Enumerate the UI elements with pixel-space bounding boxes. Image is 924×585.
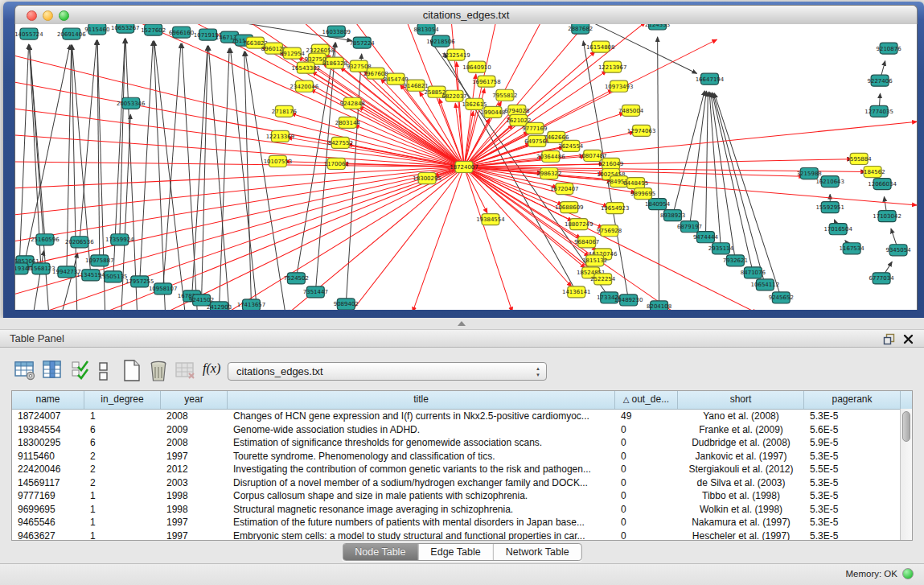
table-row[interactable]: 1456911722003Disruption of a novel membe… xyxy=(12,476,912,490)
scrollbar-thumb[interactable] xyxy=(902,411,910,442)
graph-node-selected[interactable]: 1184562 xyxy=(860,166,885,177)
graph-node[interactable]: 20053346 xyxy=(117,97,146,109)
table-row[interactable]: 1938455462009Genome-wide association stu… xyxy=(12,423,912,437)
table-settings-icon[interactable] xyxy=(14,360,35,381)
column-header-title[interactable]: title xyxy=(228,391,615,409)
graph-node[interactable]: 16647194 xyxy=(696,73,725,84)
graph-node-selected[interactable]: 6822037 xyxy=(441,90,466,101)
graph-node-selected[interactable]: 2718176 xyxy=(272,105,298,117)
graph-edge[interactable] xyxy=(705,92,708,237)
create-table-icon[interactable] xyxy=(122,360,142,381)
graph-node[interactable]: 8471076 xyxy=(741,267,766,278)
divider-grip-icon[interactable] xyxy=(458,321,466,326)
graph-node-selected[interactable]: 16154808 xyxy=(586,41,615,52)
selected-edge[interactable] xyxy=(15,167,464,273)
graph-node[interactable]: 9345054 xyxy=(885,245,911,256)
graph-node[interactable]: 7351447 xyxy=(303,286,328,298)
function-builder-icon[interactable]: f(x) xyxy=(203,361,220,376)
column-header-pagerank[interactable]: pagerank xyxy=(804,391,901,409)
graph-node-selected[interactable]: 9242848 xyxy=(340,97,365,109)
table-row[interactable]: 2242004622012Investigating the contribut… xyxy=(12,463,912,476)
graph-node[interactable]: 8204108 xyxy=(647,301,671,310)
graph-node-selected[interactable]: 1170062 xyxy=(324,158,349,169)
graph-node[interactable]: 17016504 xyxy=(823,224,852,235)
graph-node-selected[interactable]: 16720407 xyxy=(550,183,579,195)
graph-node-selected[interactable]: 9899695 xyxy=(630,188,655,200)
graph-node-selected[interactable]: 7955812 xyxy=(492,89,517,101)
graph-node[interactable]: 20691406 xyxy=(57,28,86,39)
graph-node-selected[interactable]: 18807249 xyxy=(565,219,593,230)
graph-node[interactable]: 25160596 xyxy=(31,234,60,245)
graph-node[interactable]: 16210643 xyxy=(815,176,844,187)
graph-node-selected[interactable]: 19654923 xyxy=(601,203,630,214)
graph-node[interactable]: 6777034 xyxy=(869,273,895,284)
graph-node-selected[interactable]: 14136141 xyxy=(562,286,591,298)
graph-node-selected[interactable]: 12325419 xyxy=(441,49,470,60)
graph-edge[interactable] xyxy=(120,39,125,240)
graph-node-selected[interactable]: 10973493 xyxy=(605,80,634,92)
column-header-name[interactable]: name xyxy=(12,391,84,409)
graph-node-selected[interactable]: 8912954 xyxy=(280,47,306,59)
graph-node[interactable]: 14055724 xyxy=(15,28,43,39)
column-header-out_de[interactable]: △out_de... xyxy=(615,391,678,409)
graph-node-selected[interactable]: 8427552 xyxy=(328,137,353,148)
selected-edge[interactable] xyxy=(464,167,512,311)
graph-edge[interactable] xyxy=(673,91,705,216)
table-row[interactable]: 977716911998Corpus callosum shape and si… xyxy=(12,489,912,503)
table-row[interactable]: 1830029562008Estimation of significance … xyxy=(12,436,912,450)
graph-node[interactable]: 2887682 xyxy=(568,24,593,34)
graph-node-selected[interactable]: 12974063 xyxy=(627,125,656,136)
graph-node[interactable]: 6966160 xyxy=(169,27,194,38)
column-header-year[interactable]: year xyxy=(161,391,228,409)
graph-node[interactable]: 7857224 xyxy=(350,37,376,48)
graph-node[interactable]: 9115460 xyxy=(84,24,109,35)
graph-node-selected[interactable]: 12213967 xyxy=(598,61,627,72)
table-row[interactable]: 946362711997Embryonic stem cells: a mode… xyxy=(12,529,912,542)
table-row[interactable]: 969969511998Structural magnetic resonanc… xyxy=(12,503,912,517)
graph-edge[interactable] xyxy=(125,39,138,310)
graph-edge[interactable] xyxy=(690,91,707,227)
graph-node[interactable]: 1840954 xyxy=(645,199,671,210)
delete-rows-icon[interactable] xyxy=(148,360,169,382)
graph-edge[interactable] xyxy=(244,51,252,305)
graph-node[interactable]: 8938923 xyxy=(660,210,685,221)
graph-edge[interactable] xyxy=(230,48,257,310)
graph-node-selected[interactable]: 12213369 xyxy=(266,130,295,142)
graph-node[interactable]: 17413657 xyxy=(237,299,266,310)
graph-node[interactable]: 9089402 xyxy=(334,299,359,310)
graph-node-selected[interactable]: 2803144 xyxy=(335,117,361,128)
tab-network-table[interactable]: Network Table xyxy=(494,544,581,560)
graph-node[interactable]: 16033809 xyxy=(322,26,351,37)
graph-edge[interactable] xyxy=(202,46,208,300)
table-selector-dropdown[interactable]: citations_edges.txt ▲▼ xyxy=(228,362,547,381)
graph-node-selected[interactable]: 9756928 xyxy=(597,225,622,237)
graph-node[interactable]: 20206536 xyxy=(65,237,94,248)
graph-node-selected[interactable]: 2986322 xyxy=(536,168,561,179)
graph-node[interactable]: 10653267 xyxy=(111,24,140,33)
delete-table-icon[interactable] xyxy=(175,360,196,381)
graph-node[interactable]: 2412903 xyxy=(207,302,232,310)
column-header-short[interactable]: short xyxy=(678,391,804,409)
graph-node[interactable]: 9245652 xyxy=(769,292,794,303)
graph-node[interactable]: 15592951 xyxy=(815,202,844,213)
graph-node[interactable]: 1167534 xyxy=(840,243,865,254)
graph-node[interactable]: 7524502 xyxy=(284,273,309,284)
float-window-icon[interactable] xyxy=(883,333,895,345)
graph-node-selected[interactable]: 9684067 xyxy=(574,237,599,248)
graph-node[interactable]: 9474444 xyxy=(693,232,719,243)
graph-node[interactable]: 6879197 xyxy=(677,221,702,233)
graph-node-selected[interactable]: 9777169 xyxy=(522,122,547,134)
column-edit-icon[interactable] xyxy=(71,360,90,381)
selected-edge[interactable] xyxy=(464,39,717,167)
graph-edge[interactable] xyxy=(658,37,659,307)
graph-node-selected[interactable]: 1990448 xyxy=(480,106,505,117)
tab-edge-table[interactable]: Edge Table xyxy=(418,544,493,560)
table-row[interactable]: 911546021997Tourette syndrome. Phenomeno… xyxy=(12,450,912,463)
graph-node-selected[interactable]: 6216049 xyxy=(598,158,623,169)
graph-node[interactable]: 19218506 xyxy=(426,35,455,47)
graph-node-selected[interactable]: 2522254 xyxy=(590,274,616,285)
graph-node-selected[interactable]: 8186328 xyxy=(322,57,347,68)
graph-node-selected[interactable]: 23420046 xyxy=(290,80,319,92)
tab-node-table[interactable]: Node Table xyxy=(343,544,418,560)
table-row[interactable]: 946554611997Estimation of the future num… xyxy=(12,516,912,529)
